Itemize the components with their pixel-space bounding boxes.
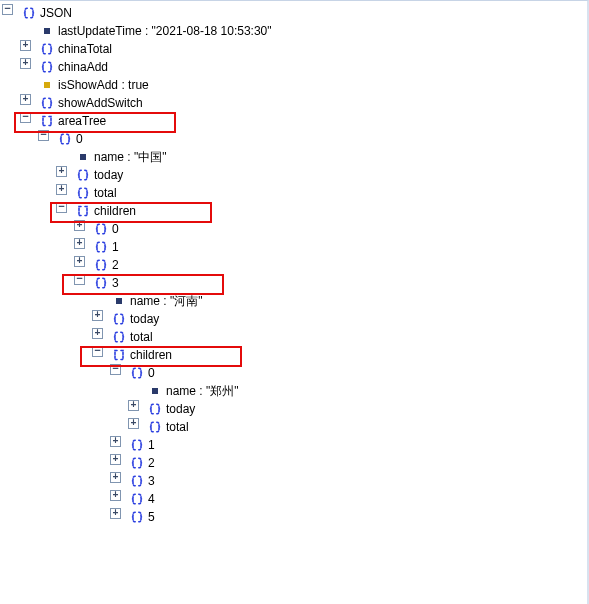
object-icon [94,258,108,272]
expander-icon[interactable] [128,400,139,411]
expander-icon[interactable] [110,508,121,519]
expander-icon[interactable] [92,310,103,321]
object-icon [112,330,126,344]
object-icon [58,132,72,146]
array-icon [76,204,90,218]
object-icon [22,6,36,20]
node-name-henan[interactable]: name : "河南" [2,292,587,310]
object-icon [40,42,54,56]
object-icon [40,96,54,110]
value-icon [148,384,162,398]
node-label: 5 [147,510,155,524]
node-name-zhengzhou[interactable]: name : "郑州" [2,382,587,400]
node-label: 0 [147,366,155,380]
node-label: 1 [147,438,155,452]
expander-icon[interactable] [56,166,67,177]
expander-icon[interactable] [110,490,121,501]
object-icon [130,456,144,470]
node-children-3[interactable]: 3 [2,274,587,292]
expander-icon[interactable] [20,94,31,105]
node-label: JSON [39,6,72,20]
node-label: 3 [147,474,155,488]
list-item[interactable]: 1 [2,436,587,454]
list-item[interactable]: 1 [2,238,587,256]
object-icon [130,474,144,488]
list-item[interactable]: 3 [2,472,587,490]
expander-icon[interactable] [20,40,31,51]
node-areaTree-0[interactable]: 0 [2,130,587,148]
node-label: 3 [111,276,119,290]
object-icon [76,186,90,200]
node-label: children [129,348,172,362]
expander-icon[interactable] [74,256,85,267]
node-total[interactable]: total [2,418,587,436]
array-icon [112,348,126,362]
object-icon [94,276,108,290]
expander-icon[interactable] [110,472,121,483]
node-label: 4 [147,492,155,506]
json-tree: JSON lastUpdateTime : "2021-08-18 10:53:… [0,1,587,526]
expander-icon[interactable] [110,436,121,447]
list-item[interactable]: 5 [2,508,587,526]
object-icon [112,312,126,326]
node-children-1[interactable]: children [2,202,587,220]
node-label: showAddSwitch [57,96,143,110]
node-today[interactable]: today [2,166,587,184]
node-city-0[interactable]: 0 [2,364,587,382]
node-label: today [129,312,159,326]
node-label: chinaTotal [57,42,112,56]
object-icon [130,366,144,380]
node-today[interactable]: today [2,400,587,418]
node-total[interactable]: total [2,328,587,346]
list-item[interactable]: 0 [2,220,587,238]
node-label: areaTree [57,114,106,128]
node-showAddSwitch[interactable]: showAddSwitch [2,94,587,112]
expander-icon[interactable] [56,184,67,195]
expander-icon[interactable] [110,364,121,375]
node-label: isShowAdd : true [57,78,149,92]
node-label: 2 [147,456,155,470]
expander-icon[interactable] [92,346,103,357]
list-item[interactable]: 4 [2,490,587,508]
expander-icon[interactable] [128,418,139,429]
node-chinaAdd[interactable]: chinaAdd [2,58,587,76]
list-item[interactable]: 2 [2,454,587,472]
node-label: chinaAdd [57,60,108,74]
node-label: name : "郑州" [165,383,239,400]
list-item[interactable]: 2 [2,256,587,274]
expander-icon[interactable] [20,58,31,69]
object-icon [94,240,108,254]
value-icon [112,294,126,308]
object-icon [148,402,162,416]
expander-icon[interactable] [2,4,13,15]
object-icon [148,420,162,434]
node-label: 0 [75,132,83,146]
expander-icon[interactable] [56,202,67,213]
node-total[interactable]: total [2,184,587,202]
node-isShowAdd[interactable]: isShowAdd : true [2,76,587,94]
expander-icon[interactable] [38,130,49,141]
node-label: today [93,168,123,182]
node-label: 0 [111,222,119,236]
expander-icon[interactable] [74,220,85,231]
node-label: name : "河南" [129,293,203,310]
expander-icon[interactable] [92,328,103,339]
node-json-root[interactable]: JSON [2,4,587,22]
expander-icon[interactable] [20,112,31,123]
expander-icon[interactable] [74,274,85,285]
expander-icon[interactable] [74,238,85,249]
object-icon [130,438,144,452]
node-chinaTotal[interactable]: chinaTotal [2,40,587,58]
node-areaTree[interactable]: areaTree [2,112,587,130]
expander-icon[interactable] [110,454,121,465]
node-label: 2 [111,258,119,272]
node-label: total [93,186,117,200]
node-name-china[interactable]: name : "中国" [2,148,587,166]
json-tree-viewer[interactable]: JSON lastUpdateTime : "2021-08-18 10:53:… [0,0,589,604]
node-children-2[interactable]: children [2,346,587,364]
node-today[interactable]: today [2,310,587,328]
node-label: 1 [111,240,119,254]
node-lastUpdateTime[interactable]: lastUpdateTime : "2021-08-18 10:53:30" [2,22,587,40]
node-label: children [93,204,136,218]
value-icon [40,78,54,92]
